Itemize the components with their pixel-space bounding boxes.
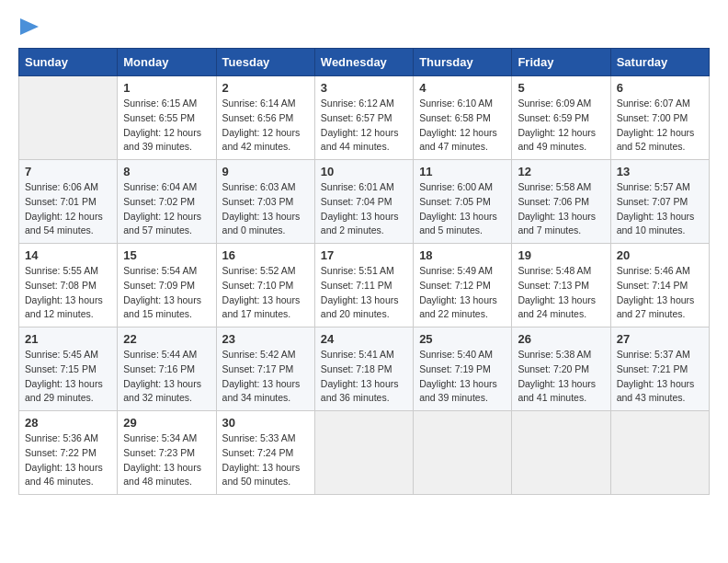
day-number: 8: [123, 165, 210, 178]
calendar-cell: 11Sunrise: 6:00 AMSunset: 7:05 PMDayligh…: [414, 160, 512, 244]
day-info: Sunrise: 5:42 AMSunset: 7:17 PMDaylight:…: [222, 348, 309, 406]
day-number: 25: [419, 332, 506, 346]
day-number: 19: [518, 248, 604, 262]
calendar-cell: 13Sunrise: 5:57 AMSunset: 7:07 PMDayligh…: [610, 160, 709, 244]
calendar-cell: 2Sunrise: 6:14 AMSunset: 6:56 PMDaylight…: [216, 76, 314, 160]
day-number: 6: [617, 81, 703, 95]
day-info: Sunrise: 5:55 AMSunset: 7:08 PMDaylight:…: [25, 264, 111, 322]
day-info: Sunrise: 6:04 AMSunset: 7:02 PMDaylight:…: [123, 180, 210, 238]
calendar-cell: 23Sunrise: 5:42 AMSunset: 7:17 PMDayligh…: [216, 327, 314, 411]
calendar-cell: 5Sunrise: 6:09 AMSunset: 6:59 PMDaylight…: [512, 76, 610, 160]
calendar-cell: 6Sunrise: 6:07 AMSunset: 7:00 PMDaylight…: [610, 76, 709, 160]
day-info: Sunrise: 5:41 AMSunset: 7:18 PMDaylight:…: [321, 348, 407, 406]
calendar-cell: 18Sunrise: 5:49 AMSunset: 7:12 PMDayligh…: [414, 244, 512, 327]
header-row: SundayMondayTuesdayWednesdayThursdayFrid…: [19, 49, 710, 76]
day-info: Sunrise: 6:00 AMSunset: 7:05 PMDaylight:…: [419, 180, 506, 238]
header-day-tuesday: Tuesday: [216, 49, 314, 76]
calendar-cell: 26Sunrise: 5:38 AMSunset: 7:20 PMDayligh…: [512, 327, 610, 411]
header-day-thursday: Thursday: [414, 49, 512, 76]
day-number: 20: [617, 248, 703, 262]
day-info: Sunrise: 5:34 AMSunset: 7:23 PMDaylight:…: [123, 431, 210, 489]
calendar-cell: [512, 411, 610, 495]
calendar-cell: 24Sunrise: 5:41 AMSunset: 7:18 PMDayligh…: [314, 327, 413, 411]
day-number: 4: [419, 81, 506, 95]
week-row-5: 28Sunrise: 5:36 AMSunset: 7:22 PMDayligh…: [19, 411, 710, 495]
day-number: 14: [25, 248, 111, 262]
week-row-2: 7Sunrise: 6:06 AMSunset: 7:01 PMDaylight…: [19, 160, 710, 244]
calendar-table: SundayMondayTuesdayWednesdayThursdayFrid…: [18, 48, 710, 495]
day-number: 29: [123, 416, 210, 430]
page-header: [18, 18, 710, 39]
calendar-cell: 28Sunrise: 5:36 AMSunset: 7:22 PMDayligh…: [19, 411, 118, 495]
day-number: 2: [222, 81, 309, 95]
day-number: 23: [222, 332, 309, 346]
day-number: 24: [321, 332, 407, 346]
calendar-cell: 17Sunrise: 5:51 AMSunset: 7:11 PMDayligh…: [314, 244, 413, 327]
day-info: Sunrise: 5:58 AMSunset: 7:06 PMDaylight:…: [518, 180, 604, 238]
calendar-cell: 25Sunrise: 5:40 AMSunset: 7:19 PMDayligh…: [414, 327, 512, 411]
week-row-4: 21Sunrise: 5:45 AMSunset: 7:15 PMDayligh…: [19, 327, 710, 411]
day-number: 12: [518, 165, 604, 178]
calendar-cell: 30Sunrise: 5:33 AMSunset: 7:24 PMDayligh…: [216, 411, 314, 495]
day-info: Sunrise: 5:48 AMSunset: 7:13 PMDaylight:…: [518, 264, 604, 322]
day-info: Sunrise: 5:46 AMSunset: 7:14 PMDaylight:…: [617, 264, 703, 322]
day-number: 21: [25, 332, 111, 346]
calendar-cell: [314, 411, 413, 495]
calendar-header: SundayMondayTuesdayWednesdayThursdayFrid…: [19, 49, 710, 76]
day-number: 11: [419, 165, 506, 178]
day-info: Sunrise: 6:07 AMSunset: 7:00 PMDaylight:…: [617, 97, 703, 155]
day-info: Sunrise: 5:52 AMSunset: 7:10 PMDaylight:…: [222, 264, 309, 322]
logo-arrow-icon: [20, 18, 39, 35]
day-number: 10: [321, 165, 407, 178]
calendar-cell: 29Sunrise: 5:34 AMSunset: 7:23 PMDayligh…: [118, 411, 216, 495]
day-info: Sunrise: 5:36 AMSunset: 7:22 PMDaylight:…: [25, 431, 111, 489]
calendar-cell: 27Sunrise: 5:37 AMSunset: 7:21 PMDayligh…: [610, 327, 709, 411]
day-number: 27: [617, 332, 703, 346]
header-day-sunday: Sunday: [19, 49, 118, 76]
day-info: Sunrise: 6:12 AMSunset: 6:57 PMDaylight:…: [321, 97, 407, 155]
calendar-cell: 8Sunrise: 6:04 AMSunset: 7:02 PMDaylight…: [118, 160, 216, 244]
day-number: 13: [617, 165, 703, 178]
day-number: 9: [222, 165, 309, 178]
day-number: 18: [419, 248, 506, 262]
calendar-cell: 20Sunrise: 5:46 AMSunset: 7:14 PMDayligh…: [610, 244, 709, 327]
calendar-cell: 9Sunrise: 6:03 AMSunset: 7:03 PMDaylight…: [216, 160, 314, 244]
day-number: 15: [123, 248, 210, 262]
day-info: Sunrise: 5:54 AMSunset: 7:09 PMDaylight:…: [123, 264, 210, 322]
day-number: 26: [518, 332, 604, 346]
day-number: 5: [518, 81, 604, 95]
day-info: Sunrise: 6:03 AMSunset: 7:03 PMDaylight:…: [222, 180, 309, 238]
day-info: Sunrise: 5:40 AMSunset: 7:19 PMDaylight:…: [419, 348, 506, 406]
day-number: 3: [321, 81, 407, 95]
header-day-saturday: Saturday: [610, 49, 709, 76]
calendar-cell: [610, 411, 709, 495]
calendar-cell: 4Sunrise: 6:10 AMSunset: 6:58 PMDaylight…: [414, 76, 512, 160]
day-info: Sunrise: 5:57 AMSunset: 7:07 PMDaylight:…: [617, 180, 703, 238]
calendar-cell: 22Sunrise: 5:44 AMSunset: 7:16 PMDayligh…: [118, 327, 216, 411]
calendar-cell: 16Sunrise: 5:52 AMSunset: 7:10 PMDayligh…: [216, 244, 314, 327]
calendar-cell: 10Sunrise: 6:01 AMSunset: 7:04 PMDayligh…: [314, 160, 413, 244]
day-info: Sunrise: 6:14 AMSunset: 6:56 PMDaylight:…: [222, 97, 309, 155]
day-number: 22: [123, 332, 210, 346]
day-info: Sunrise: 5:51 AMSunset: 7:11 PMDaylight:…: [321, 264, 407, 322]
header-day-friday: Friday: [512, 49, 610, 76]
calendar-cell: 12Sunrise: 5:58 AMSunset: 7:06 PMDayligh…: [512, 160, 610, 244]
day-number: 28: [25, 416, 111, 430]
day-number: 1: [123, 81, 210, 95]
calendar-cell: 3Sunrise: 6:12 AMSunset: 6:57 PMDaylight…: [314, 76, 413, 160]
calendar-cell: 14Sunrise: 5:55 AMSunset: 7:08 PMDayligh…: [19, 244, 118, 327]
week-row-3: 14Sunrise: 5:55 AMSunset: 7:08 PMDayligh…: [19, 244, 710, 327]
day-number: 7: [25, 165, 111, 178]
calendar-cell: [19, 76, 118, 160]
day-info: Sunrise: 5:37 AMSunset: 7:21 PMDaylight:…: [617, 348, 703, 406]
calendar-cell: 1Sunrise: 6:15 AMSunset: 6:55 PMDaylight…: [118, 76, 216, 160]
day-info: Sunrise: 5:38 AMSunset: 7:20 PMDaylight:…: [518, 348, 604, 406]
calendar-cell: 21Sunrise: 5:45 AMSunset: 7:15 PMDayligh…: [19, 327, 118, 411]
day-info: Sunrise: 5:33 AMSunset: 7:24 PMDaylight:…: [222, 431, 309, 489]
day-info: Sunrise: 6:01 AMSunset: 7:04 PMDaylight:…: [321, 180, 407, 238]
calendar-cell: 7Sunrise: 6:06 AMSunset: 7:01 PMDaylight…: [19, 160, 118, 244]
day-info: Sunrise: 5:49 AMSunset: 7:12 PMDaylight:…: [419, 264, 506, 322]
day-info: Sunrise: 6:15 AMSunset: 6:55 PMDaylight:…: [123, 97, 210, 155]
day-number: 30: [222, 416, 309, 430]
calendar-cell: 15Sunrise: 5:54 AMSunset: 7:09 PMDayligh…: [118, 244, 216, 327]
